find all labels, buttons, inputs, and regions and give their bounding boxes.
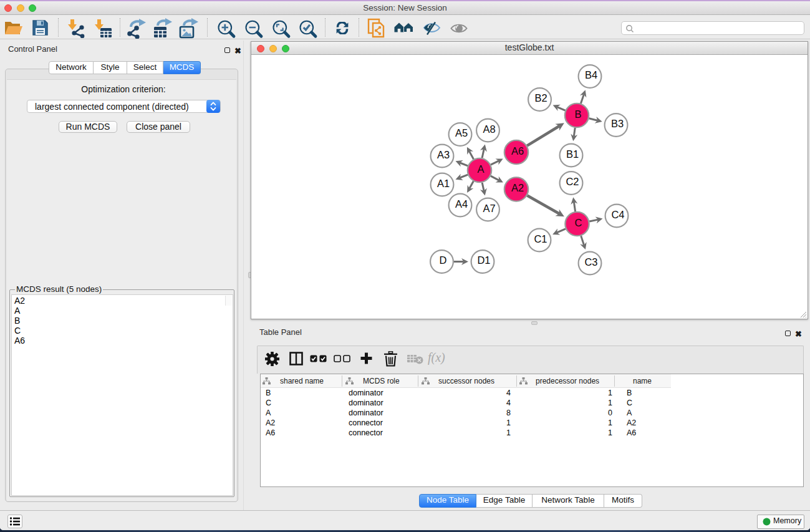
svg-text:A8: A8 (483, 123, 495, 135)
svg-text:B1: B1 (566, 148, 579, 160)
svg-text:A6: A6 (511, 145, 524, 157)
svg-text:B3: B3 (611, 118, 624, 129)
svg-text:B: B (574, 109, 581, 120)
svg-text:A5: A5 (455, 127, 468, 138)
svg-text:B4: B4 (585, 69, 597, 80)
svg-text:A7: A7 (483, 203, 495, 214)
svg-text:D: D (440, 254, 447, 266)
svg-text:C: C (575, 217, 582, 228)
svg-text:C3: C3 (584, 256, 597, 268)
svg-text:A4: A4 (455, 198, 468, 210)
svg-text:D1: D1 (477, 254, 490, 266)
svg-text:C4: C4 (611, 209, 624, 220)
svg-text:B2: B2 (534, 92, 547, 104)
svg-text:A2: A2 (511, 182, 524, 193)
svg-text:A3: A3 (437, 149, 450, 160)
svg-text:C2: C2 (566, 176, 579, 187)
svg-text:A: A (477, 163, 484, 175)
svg-text:A1: A1 (437, 178, 450, 189)
svg-text:C1: C1 (534, 233, 547, 244)
